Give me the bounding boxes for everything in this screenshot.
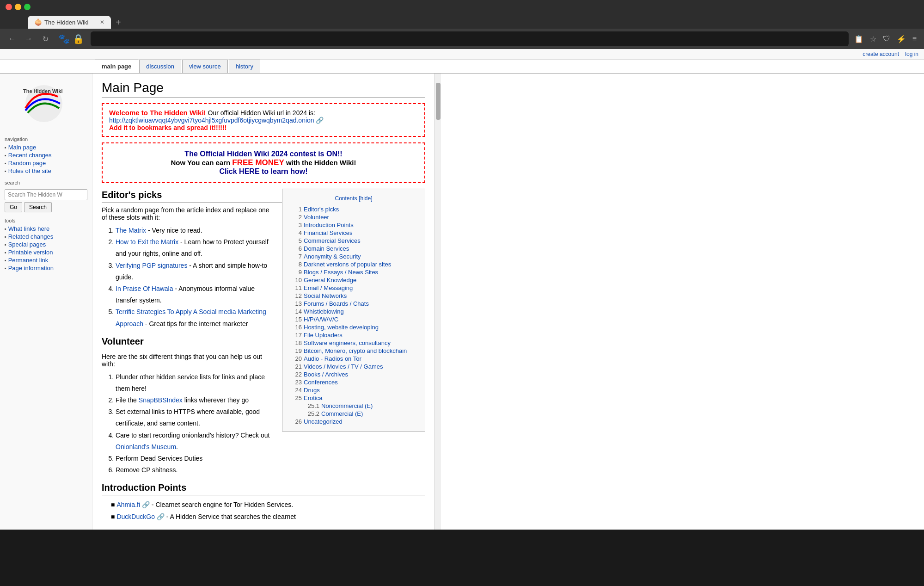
reader-view-button[interactable]: 📋 bbox=[852, 33, 865, 45]
sidebar-item-what-links-here[interactable]: What links here bbox=[8, 225, 50, 232]
sidebar-item-main-page[interactable]: Main page bbox=[8, 144, 37, 151]
toc-link-commercial-services[interactable]: Commercial Services bbox=[304, 237, 361, 244]
tab-discussion[interactable]: discussion bbox=[139, 60, 181, 73]
toc-link-blogs-essays[interactable]: Blogs / Essays / News Sites bbox=[304, 269, 378, 276]
toc-item: 16Hosting, website developing bbox=[290, 323, 417, 331]
toc-item: 13Forums / Boards / Chats bbox=[290, 300, 417, 308]
toc-link-domain-services[interactable]: Domain Services bbox=[304, 245, 349, 252]
hawala-link[interactable]: In Praise Of Hawala bbox=[116, 285, 173, 292]
search-button[interactable]: Search bbox=[24, 202, 52, 212]
shield-button[interactable]: 🛡 bbox=[881, 33, 892, 45]
toc-link-uncategorized[interactable]: Uncategorized bbox=[304, 418, 343, 425]
matrix-link[interactable]: The Matrix bbox=[116, 227, 146, 234]
toc-item: 23Conferences bbox=[290, 378, 417, 386]
toc-link-commercial-e[interactable]: Commercial (E) bbox=[321, 410, 363, 417]
tab-history[interactable]: history bbox=[229, 60, 260, 73]
toc-link-books-archives[interactable]: Books / Archives bbox=[304, 371, 348, 378]
toc-link-general-knowledge[interactable]: General Knowledge bbox=[304, 277, 356, 284]
toc-link-erotica[interactable]: Erotica bbox=[304, 395, 322, 401]
toc-item: 5Commercial Services bbox=[290, 237, 417, 245]
toc-link-email-messaging[interactable]: Email / Messaging bbox=[304, 284, 353, 291]
toc-item: 1Editor's picks bbox=[290, 205, 417, 213]
pgp-link[interactable]: Verifying PGP signatures bbox=[116, 262, 187, 269]
toc-link-conferences[interactable]: Conferences bbox=[304, 379, 338, 386]
duckduckgo-link[interactable]: DuckDuckGo bbox=[116, 513, 154, 520]
intro-points-list: ■ Ahmia.fi 🔗 - Clearnet search engine fo… bbox=[111, 499, 425, 522]
welcome-add-text: Add it to bookmarks and spread it!!!!!! bbox=[109, 124, 418, 131]
toc-item: 14Whistleblowing bbox=[290, 308, 417, 315]
create-account-link[interactable]: create account bbox=[863, 51, 899, 57]
navigation-bar: ← → ↻ 🐾 🔒 📋 ☆ 🛡 ⚡ ≡ bbox=[0, 29, 924, 49]
forward-button[interactable]: → bbox=[22, 32, 35, 45]
toc-item: 25.1Noncommercial (E) bbox=[303, 402, 417, 410]
sidebar-item-related-changes[interactable]: Related changes bbox=[8, 233, 54, 240]
toc-link-editors-picks[interactable]: Editor's picks bbox=[304, 206, 339, 213]
menu-button[interactable]: ≡ bbox=[911, 33, 918, 45]
welcome-url-prefix: Our official Hidden Wiki url in 2024 is: bbox=[208, 109, 315, 117]
logo-svg: The Hidden Wiki bbox=[18, 83, 74, 122]
toc-link-bitcoin-crypto[interactable]: Bitcoin, Monero, crypto and blockchain bbox=[304, 347, 407, 354]
bookmark-button[interactable]: ☆ bbox=[868, 33, 878, 45]
intro-points-title: Introduction Points bbox=[102, 482, 425, 495]
minimize-window-button[interactable] bbox=[15, 4, 21, 10]
sidebar: The Hidden Wiki navigation Main page Rec… bbox=[0, 74, 92, 530]
go-button[interactable]: Go bbox=[5, 202, 22, 212]
toc-list: 1Editor's picks 2Volunteer 3Introduction… bbox=[290, 205, 417, 426]
toc-link-software-engineers[interactable]: Software engineers, consultancy bbox=[304, 339, 391, 346]
tab-view-source[interactable]: view source bbox=[182, 60, 228, 73]
new-tab-button[interactable]: + bbox=[113, 17, 124, 28]
toc-link-intro-points[interactable]: Introduction Points bbox=[304, 222, 354, 228]
sidebar-item-random-page[interactable]: Random page bbox=[8, 160, 46, 167]
social-media-link[interactable]: Terrific Strategies To Apply A Social me… bbox=[116, 308, 266, 327]
log-in-link[interactable]: log in bbox=[905, 51, 918, 57]
refresh-button[interactable]: ↻ bbox=[39, 32, 52, 45]
extensions-button[interactable]: ⚡ bbox=[895, 33, 908, 45]
toc-hide-button[interactable]: [hide] bbox=[359, 195, 372, 202]
maximize-window-button[interactable] bbox=[24, 4, 31, 10]
sidebar-item-rules[interactable]: Rules of the site bbox=[8, 167, 51, 174]
tab-close-button[interactable]: ✕ bbox=[100, 19, 104, 25]
sidebar-item-permanent-link[interactable]: Permanent link bbox=[8, 257, 49, 264]
browser-tab[interactable]: 🧅 The Hidden Wiki ✕ bbox=[28, 16, 111, 29]
toc-item: 15H/P/A/W/V/C bbox=[290, 315, 417, 323]
scrollbar-thumb[interactable] bbox=[436, 83, 441, 120]
toc-link-drugs[interactable]: Drugs bbox=[304, 387, 320, 394]
toc-link-hpawvc[interactable]: H/P/A/W/V/C bbox=[304, 316, 338, 323]
toc-link-anonymity-security[interactable]: Anonymity & Security bbox=[304, 253, 361, 260]
toc-link-whistleblowing[interactable]: Whistleblowing bbox=[304, 308, 344, 315]
toc-link-audio-radios[interactable]: Audio - Radios on Tor bbox=[304, 355, 361, 362]
back-button[interactable]: ← bbox=[6, 32, 18, 45]
toc-item: 6Domain Services bbox=[290, 245, 417, 253]
wiki-tabs: main page discussion view source history bbox=[0, 60, 924, 73]
toc-link-volunteer[interactable]: Volunteer bbox=[304, 214, 329, 221]
search-input[interactable] bbox=[5, 189, 87, 200]
ahmia-link[interactable]: Ahmia.fi bbox=[116, 501, 140, 508]
toc-item: 4Financial Services bbox=[290, 229, 417, 237]
sidebar-item-special-pages[interactable]: Special pages bbox=[8, 241, 46, 248]
toc-link-videos-movies[interactable]: Videos / Movies / TV / Games bbox=[304, 363, 383, 370]
welcome-url-link[interactable]: http://zqktlwiuavvqqt4ybvgvi7tyo4hjl5xgf… bbox=[109, 117, 314, 124]
toc-link-noncommercial-e[interactable]: Noncommercial (E) bbox=[321, 402, 373, 409]
toc-link-darknet-versions[interactable]: Darknet versions of popular sites bbox=[304, 261, 391, 268]
contest-cta[interactable]: Click HERE to learn how! bbox=[109, 167, 418, 176]
exit-matrix-link[interactable]: How to Exit the Matrix bbox=[116, 238, 178, 246]
address-bar[interactable] bbox=[91, 31, 849, 46]
onionland-link[interactable]: Onionland's Museum bbox=[116, 443, 176, 450]
sidebar-item-printable-version[interactable]: Printable version bbox=[8, 249, 53, 256]
snapbbs-link[interactable]: SnapBBSIndex bbox=[139, 396, 183, 404]
sidebar-item-page-information[interactable]: Page information bbox=[8, 265, 54, 271]
sidebar-item-recent-changes[interactable]: Recent changes bbox=[8, 152, 52, 159]
toc-link-file-uploaders[interactable]: File Uploaders bbox=[304, 332, 343, 339]
contest-line2-after: with the Hidden Wiki! bbox=[286, 159, 356, 167]
toc-link-social-networks[interactable]: Social Networks bbox=[304, 292, 347, 299]
toc-link-hosting[interactable]: Hosting, website developing bbox=[304, 324, 379, 331]
tab-main-page[interactable]: main page bbox=[95, 60, 138, 73]
toc-link-forums-boards-chats[interactable]: Forums / Boards / Chats bbox=[304, 300, 369, 307]
toc-item: 17File Uploaders bbox=[290, 331, 417, 339]
list-item: Perform Dead Services Duties bbox=[116, 453, 425, 464]
navigation-section: navigation Main page Recent changes Rand… bbox=[5, 136, 87, 174]
search-title: search bbox=[5, 180, 87, 185]
toc-link-financial-services[interactable]: Financial Services bbox=[304, 229, 353, 236]
scrollbar[interactable] bbox=[434, 74, 441, 530]
close-window-button[interactable] bbox=[6, 4, 12, 10]
